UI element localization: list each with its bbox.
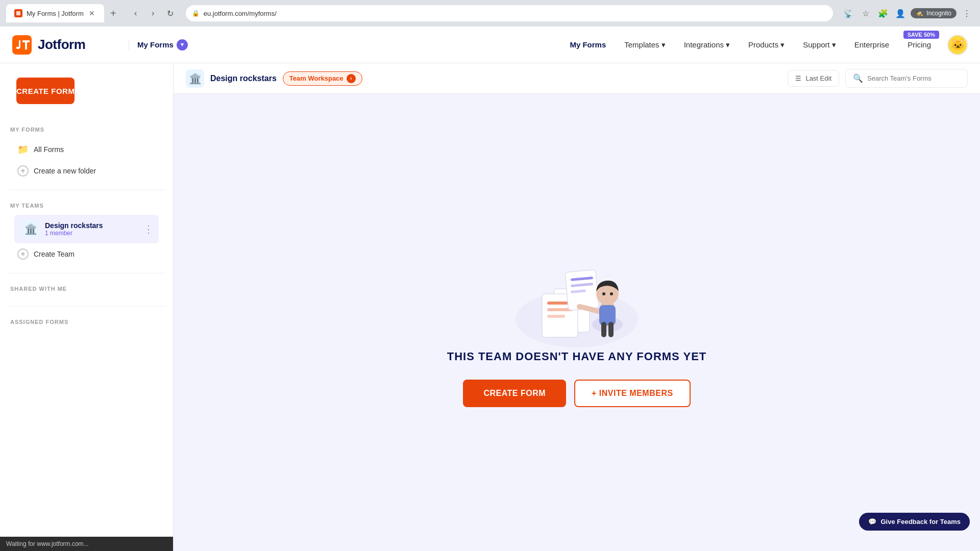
star-icon[interactable]: ☆: [859, 6, 873, 20]
create-form-btn[interactable]: CREATE FORM: [463, 380, 566, 407]
my-teams-section-title: MY TEAMS: [10, 203, 163, 209]
list-icon: ☰: [795, 74, 801, 82]
team-more-icon[interactable]: ⋮: [143, 223, 154, 235]
sidebar: CREATE FORM MY FORMS 📁 All Forms + Creat…: [0, 63, 174, 551]
last-edit-btn[interactable]: ☰ Last Edit: [788, 70, 839, 87]
my-forms-nav-item[interactable]: My Forms ▾: [129, 39, 196, 51]
url-text: eu.jotform.com/myforms/: [204, 10, 277, 17]
nav-links: My Forms Templates ▾ Integrations ▾ Prod…: [561, 36, 939, 54]
incognito-label: Incognito: [926, 10, 951, 17]
nav-link-templates[interactable]: Templates ▾: [616, 36, 673, 54]
status-bar: Waiting for www.jotform.com...: [0, 537, 173, 551]
feedback-btn[interactable]: 💬 Give Feedback for Teams: [859, 513, 970, 531]
back-btn[interactable]: ‹: [129, 6, 143, 20]
add-team-icon: +: [17, 248, 29, 260]
create-folder-label: Create a new folder: [34, 167, 96, 175]
main-layout: CREATE FORM MY FORMS 📁 All Forms + Creat…: [0, 63, 980, 551]
team-item-design-rockstars[interactable]: 🏛️ Design rockstars 1 member ⋮: [14, 215, 159, 243]
svg-rect-20: [601, 322, 606, 337]
forward-btn[interactable]: ›: [146, 6, 160, 20]
svg-rect-21: [608, 322, 614, 337]
address-bar[interactable]: 🔒 eu.jotform.com/myforms/: [186, 5, 834, 21]
team-header-avatar: 🏛️: [186, 69, 204, 88]
team-info: Design rockstars 1 member: [45, 221, 103, 237]
my-teams-section: MY TEAMS 🏛️ Design rockstars 1 member ⋮ …: [0, 194, 173, 269]
lock-icon: 🔒: [192, 10, 200, 17]
workspace-arrow-icon: ›: [347, 74, 356, 83]
tab-favicon: [14, 9, 22, 17]
workspace-badge[interactable]: Team Workspace ›: [283, 71, 362, 86]
browser-controls: ‹ › ↻: [129, 6, 178, 20]
nav-link-enterprise[interactable]: Enterprise: [846, 36, 897, 53]
content-header: 🏛️ Design rockstars Team Workspace › ☰ L…: [174, 63, 980, 94]
new-tab-btn[interactable]: +: [106, 6, 120, 20]
all-forms-item[interactable]: 📁 All Forms: [10, 139, 163, 160]
status-bar-container: Waiting for www.jotform.com...: [0, 537, 173, 551]
sidebar-create-form-btn[interactable]: CREATE FORM: [16, 78, 75, 104]
workspace-label: Team Workspace: [289, 74, 344, 82]
svg-rect-19: [599, 305, 616, 325]
sidebar-divider-3: [8, 306, 165, 307]
refresh-btn[interactable]: ↻: [163, 6, 178, 20]
team-icon: 🏛️: [21, 220, 40, 238]
feedback-icon: 💬: [868, 518, 876, 525]
my-forms-nav-label: My Forms: [137, 40, 174, 49]
svg-point-18: [610, 292, 613, 295]
nav-link-integrations[interactable]: Integrations ▾: [676, 36, 738, 54]
folder-icon: 📁: [17, 144, 29, 155]
tab-bar: My Forms | Jotform ✕ +: [6, 4, 120, 22]
nav-link-my-forms[interactable]: My Forms: [561, 36, 614, 53]
extensions-icon[interactable]: 🧩: [876, 6, 890, 20]
content-area: 🏛️ Design rockstars Team Workspace › ☰ L…: [174, 63, 980, 551]
assigned-section-title: ASSIGNED FORMS: [10, 319, 163, 325]
active-tab[interactable]: My Forms | Jotform ✕: [6, 4, 104, 22]
nav-link-support[interactable]: Support ▾: [795, 36, 844, 54]
invite-members-btn[interactable]: + INVITE MEMBERS: [574, 380, 691, 407]
search-icon: 🔍: [853, 73, 863, 83]
svg-rect-9: [547, 315, 565, 318]
last-edit-label: Last Edit: [805, 74, 831, 82]
status-text: Waiting for www.jotform.com...: [6, 540, 89, 547]
incognito-badge: 🕵️ Incognito: [911, 8, 957, 18]
empty-actions: CREATE FORM + INVITE MEMBERS: [463, 380, 690, 407]
create-team-label: Create Team: [34, 250, 75, 258]
search-box[interactable]: 🔍: [845, 69, 968, 88]
assigned-section: ASSIGNED FORMS: [0, 311, 173, 335]
sidebar-divider-2: [8, 273, 165, 273]
add-folder-icon: +: [17, 165, 29, 177]
logo-area: Jotform: [12, 35, 125, 55]
team-breadcrumb-name: Design rockstars: [210, 74, 277, 83]
my-forms-section-title: MY FORMS: [10, 127, 163, 133]
empty-state: THIS TEAM DOESN'T HAVE ANY FORMS YET CRE…: [174, 94, 980, 551]
nav-link-products[interactable]: Products ▾: [740, 36, 793, 54]
shared-section-title: SHARED WITH ME: [10, 286, 163, 292]
tab-close-btn[interactable]: ✕: [88, 9, 96, 17]
avatar[interactable]: 🐱: [947, 35, 968, 55]
team-name: Design rockstars: [45, 221, 103, 230]
svg-point-17: [602, 292, 605, 295]
shared-section: SHARED WITH ME: [0, 278, 173, 302]
cast-icon[interactable]: 📡: [841, 6, 855, 20]
browser-actions: 📡 ☆ 🧩 👤 🕵️ Incognito ⋮: [841, 6, 974, 20]
save-badge: SAVE 50%: [903, 31, 939, 39]
team-breadcrumb: 🏛️ Design rockstars Team Workspace ›: [186, 69, 362, 88]
all-forms-label: All Forms: [34, 145, 64, 154]
jotform-logo-icon: [12, 35, 32, 55]
svg-rect-0: [12, 35, 32, 55]
browser-chrome: My Forms | Jotform ✕ + ‹ › ↻ 🔒 eu.jotfor…: [0, 0, 980, 27]
top-nav: Jotform My Forms ▾ My Forms Templates ▾ …: [0, 27, 980, 63]
logo-text: Jotform: [38, 37, 85, 53]
create-folder-item[interactable]: + Create a new folder: [10, 160, 163, 182]
tab-title: My Forms | Jotform: [27, 10, 84, 17]
feedback-label: Give Feedback for Teams: [880, 518, 961, 525]
create-team-item[interactable]: + Create Team: [10, 243, 163, 265]
team-member-count: 1 member: [45, 230, 103, 237]
empty-state-title: THIS TEAM DOESN'T HAVE ANY FORMS YET: [447, 350, 707, 363]
dropdown-dot: ▾: [177, 39, 188, 51]
more-options-icon[interactable]: ⋮: [960, 6, 974, 20]
header-actions: ☰ Last Edit 🔍: [788, 69, 968, 88]
sidebar-create-area: CREATE FORM: [0, 63, 173, 118]
sidebar-divider-1: [8, 190, 165, 190]
search-input[interactable]: [867, 74, 960, 82]
profile-icon[interactable]: 👤: [893, 6, 908, 20]
